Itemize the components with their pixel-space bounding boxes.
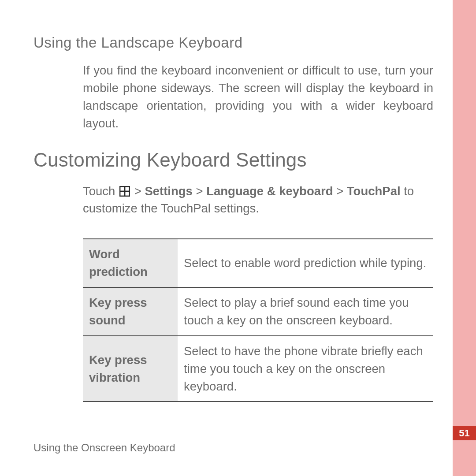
setting-label: Key press vibration [83,336,178,402]
intro-prefix: Touch [83,184,119,198]
table-row: Key press vibration Select to have the p… [83,336,433,402]
intro-sep-2: > [193,184,206,198]
intro-sep-3: > [333,184,347,198]
table-row: Key press sound Select to play a brief s… [83,287,433,336]
intro-sep-1: > [131,184,145,198]
footer-breadcrumb: Using the Onscreen Keyboard [33,442,175,454]
main-heading: Customizing Keyboard Settings [33,149,439,171]
subheading: Using the Landscape Keyboard [33,34,439,51]
intro-path-1: Language & keyboard [206,184,333,198]
intro-path-2: TouchPal [347,184,401,198]
apps-grid-icon [119,184,130,194]
table-row: Word prediction Select to enable word pr… [83,239,433,287]
setting-description: Select to play a brief sound each time y… [178,287,433,336]
page-number-badge: 51 [453,426,476,440]
settings-table: Word prediction Select to enable word pr… [83,238,433,402]
intro-path-0: Settings [145,184,192,198]
page-content: Using the Landscape Keyboard If you find… [33,34,439,402]
setting-label: Key press sound [83,287,178,336]
sidebar-pink-stripe [453,0,476,476]
setting-description: Select to have the phone vibrate briefly… [178,336,433,402]
document-page: Using the Landscape Keyboard If you find… [0,0,476,476]
setting-label: Word prediction [83,239,178,287]
setting-description: Select to enable word prediction while t… [178,239,433,287]
body-paragraph: If you find the keyboard inconvenient or… [83,62,433,132]
intro-paragraph: Touch > Settings > Language & keyboard >… [83,182,433,218]
